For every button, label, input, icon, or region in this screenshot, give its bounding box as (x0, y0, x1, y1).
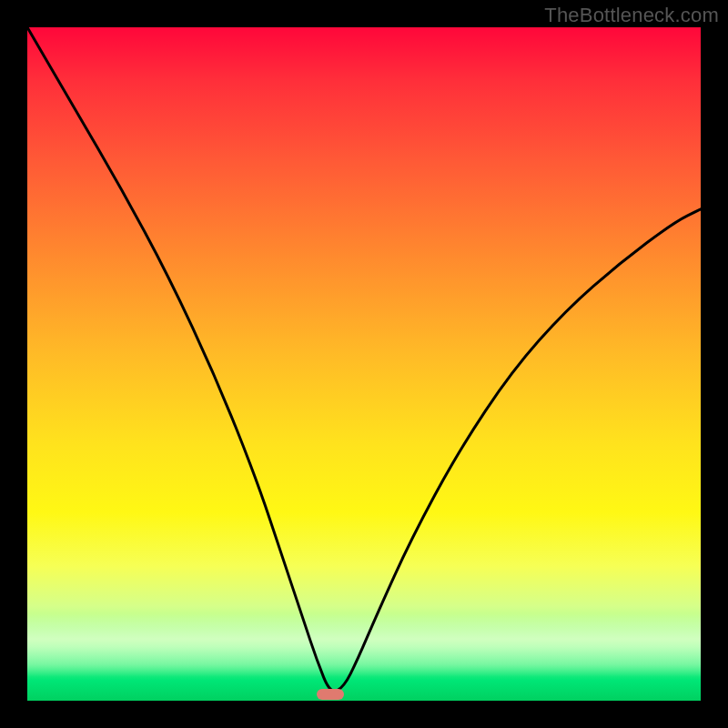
bottleneck-curve (27, 27, 701, 701)
plot-area (27, 27, 701, 701)
chart-frame: TheBottleneck.com (0, 0, 728, 728)
attribution-text: TheBottleneck.com (544, 4, 719, 27)
highlight-band (27, 613, 701, 677)
optimum-marker (317, 689, 344, 700)
